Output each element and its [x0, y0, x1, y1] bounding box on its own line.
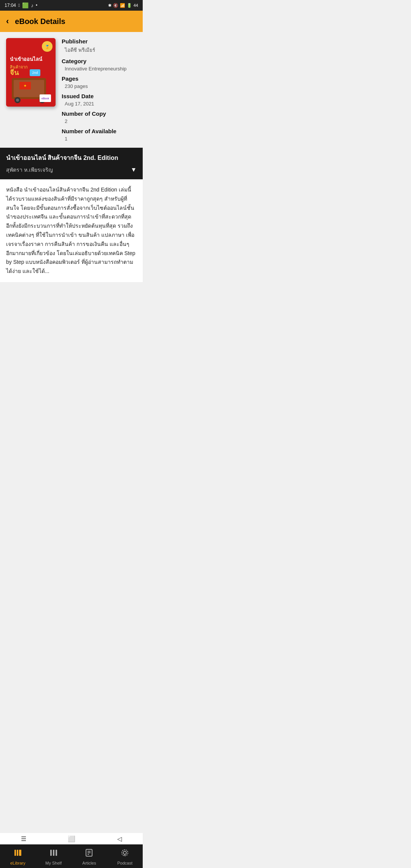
volume-icon: 🔇: [113, 3, 118, 8]
number-of-available-label: Number of Available: [62, 128, 137, 134]
book-author: สุพัตรา ห.เพียรเจริญ: [6, 166, 53, 174]
wifi-icon: 📶: [120, 3, 125, 8]
facebook-icon: : [18, 3, 20, 8]
status-time: 17:04: [5, 3, 16, 8]
category-value: Innovative Entrepreneurship: [62, 66, 137, 72]
status-right: ✱ 🔇 📶 🔋 44: [108, 3, 138, 8]
number-of-copy-label: Number of Copy: [62, 110, 137, 117]
book-author-row[interactable]: สุพัตรา ห.เพียรเจริญ ▼: [6, 166, 137, 174]
svg-point-13: [16, 99, 19, 102]
content-area: 🏅 นำเข้าออนไลน์ สินค้าจาก จีน 2nd ★: [0, 32, 143, 326]
book-info-row: 🏅 นำเข้าออนไลน์ สินค้าจาก จีน 2nd ★: [6, 38, 137, 142]
status-left: 17:04  🟩 ♪ •: [5, 2, 37, 8]
svg-text:จีน: จีน: [10, 69, 19, 77]
svg-text:🏅: 🏅: [45, 45, 50, 49]
battery-icon: 🔋: [127, 3, 132, 8]
book-description: หนังสือ นำเข้าออนไลน์สินค้าจากจีน 2nd Ed…: [6, 185, 137, 276]
number-of-available-value: 1: [62, 136, 137, 142]
svg-text:★: ★: [24, 84, 27, 88]
book-title: นำเข้าออนไลน์ สินค้าจากจีน 2nd. Edition: [6, 153, 137, 163]
book-details: Publisher ไอดีซี พรีเมียร์ Category Inno…: [62, 38, 137, 142]
issued-date-label: Issued Date: [62, 93, 137, 99]
nav-spacer: [6, 282, 137, 320]
pages-label: Pages: [62, 75, 137, 82]
tiktok-icon: ♪: [31, 3, 33, 8]
svg-text:2nd: 2nd: [32, 71, 38, 75]
svg-text:นำเข้าออนไลน์: นำเข้าออนไลน์: [10, 56, 43, 62]
description-section: หนังสือ นำเข้าออนไลน์สินค้าจากจีน 2nd Ed…: [0, 179, 143, 282]
issued-date-value: Aug 17, 2021: [62, 101, 137, 107]
status-bar: 17:04  🟩 ♪ • ✱ 🔇 📶 🔋 44: [0, 0, 143, 11]
dropdown-arrow-icon[interactable]: ▼: [131, 166, 137, 173]
number-of-copy-value: 2: [62, 118, 137, 124]
book-title-section: นำเข้าออนไลน์ สินค้าจากจีน 2nd. Edition …: [0, 148, 143, 179]
app-icon-2: 🟩: [22, 2, 29, 8]
svg-text:eBook: eBook: [41, 97, 49, 100]
back-button[interactable]: ‹: [6, 16, 9, 26]
category-label: Category: [62, 58, 137, 64]
pages-value: 230 pages: [62, 83, 137, 89]
publisher-value: ไอดีซี พรีเมียร์: [62, 46, 137, 54]
battery-level: 44: [134, 3, 138, 8]
bluetooth-icon: ✱: [108, 3, 112, 8]
book-cover: 🏅 นำเข้าออนไลน์ สินค้าจาก จีน 2nd ★: [6, 38, 56, 107]
page-title: eBook Details: [15, 17, 65, 26]
publisher-label: Publisher: [62, 38, 137, 45]
dot-icon: •: [36, 3, 37, 8]
header: ‹ eBook Details: [0, 11, 143, 32]
